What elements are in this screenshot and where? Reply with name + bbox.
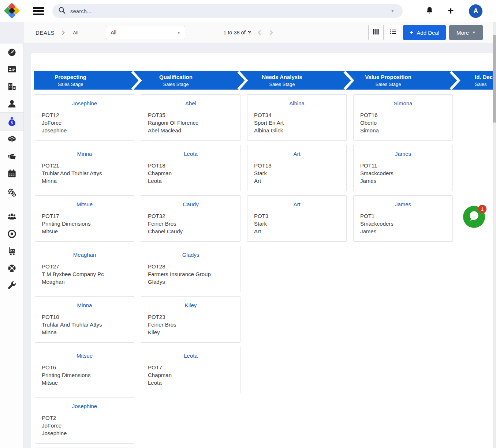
- contact-card-icon: [7, 64, 17, 74]
- deal-card[interactable]: MitsuePOT17Printing DimensionsMitsue: [35, 195, 134, 242]
- deal-card[interactable]: MinnaPOT21Truhlar And Truhlar AttysMinna: [35, 145, 134, 191]
- deal-card-title-link[interactable]: Simona: [354, 100, 452, 106]
- deal-card-title-link[interactable]: Mitsue: [35, 201, 134, 207]
- deal-card-title-link[interactable]: Leota: [141, 151, 240, 157]
- list-view-button[interactable]: [385, 25, 401, 40]
- deal-card-title-link[interactable]: Art: [247, 151, 346, 157]
- list-filter-select[interactable]: All ▼: [106, 26, 185, 39]
- deal-card-company: Rangoni Of Florence: [141, 119, 240, 127]
- deal-card-title-link[interactable]: James: [354, 201, 452, 207]
- deal-card-title-link[interactable]: James: [354, 151, 452, 157]
- sidebar-item-invoices[interactable]: [0, 148, 23, 165]
- app-logo[interactable]: [0, 0, 24, 22]
- deal-card[interactable]: ArtPOT13StarkArt: [247, 145, 347, 191]
- board-columns: JosephinePOT12JoForceJosephineMinnaPOT21…: [31, 90, 494, 448]
- sidebar-item-teams[interactable]: [0, 208, 23, 225]
- deal-card-number: POT23: [141, 313, 240, 321]
- deal-card[interactable]: JosephinePOT2JoForceJosephine: [35, 397, 134, 444]
- deal-card[interactable]: CaudyPOT32Feiner BrosChanel Caudy: [141, 195, 240, 242]
- menu-hamburger-icon[interactable]: [33, 7, 44, 15]
- deal-card-title-link[interactable]: Josephine: [35, 100, 134, 106]
- sidebar-item-settings[interactable]: [0, 184, 23, 201]
- support-lifebuoy-icon: [7, 263, 17, 273]
- scrollbar-thumb[interactable]: [493, 35, 496, 123]
- plus-icon: +: [448, 5, 454, 16]
- deal-card[interactable]: ArtPOT3StarkArt: [247, 195, 347, 242]
- chat-widget-button[interactable]: 1: [463, 206, 485, 228]
- global-search[interactable]: ▼: [52, 4, 403, 18]
- deal-card[interactable]: LeotaPOT18ChapmanLeota: [141, 145, 240, 191]
- deal-card[interactable]: MinnaPOT10Truhlar And Truhlar AttysMinna: [35, 296, 134, 343]
- breadcrumb-view[interactable]: All: [73, 30, 78, 35]
- deal-card[interactable]: JosephinePOT12JoForceJosephine: [35, 94, 134, 141]
- page-prev-icon[interactable]: [257, 30, 262, 35]
- sidebar-item-calendar[interactable]: [0, 165, 23, 182]
- deal-card[interactable]: GladysPOT28Farmers Insurance GroupGladys: [141, 246, 240, 292]
- sidebar-item-inventory[interactable]: [0, 242, 23, 260]
- search-scope-caret-icon[interactable]: ▼: [391, 9, 395, 13]
- deal-card-company: Oberlo: [354, 119, 452, 127]
- deal-card-company: Stark: [247, 220, 346, 227]
- deal-card-title-link[interactable]: Mitsue: [35, 353, 134, 359]
- deal-card[interactable]: KileyPOT23Feiner BrosKiley: [141, 296, 240, 343]
- main-content: ProspectingSales StageQualificationSales…: [24, 43, 496, 448]
- pagination-total-button[interactable]: ?: [248, 30, 251, 35]
- topbar: ▼ + A: [0, 0, 496, 22]
- sidebar-item-deals[interactable]: $: [0, 112, 23, 131]
- deal-card-number: POT6: [35, 364, 134, 371]
- deal-card-company: Chapman: [141, 169, 240, 177]
- filter-selected-value: All: [111, 30, 116, 35]
- deal-card-title-link[interactable]: Minna: [35, 302, 134, 308]
- deal-card[interactable]: JamesPOT1SmackcodersJames: [353, 195, 453, 242]
- sidebar-item-support[interactable]: [0, 260, 23, 277]
- sidebar-item-tools[interactable]: [0, 277, 23, 294]
- sidebar-item-products[interactable]: [0, 131, 23, 148]
- deal-card-title-link[interactable]: Minna: [35, 151, 134, 157]
- deal-card-title-link[interactable]: Caudy: [141, 201, 240, 207]
- deal-card-title-link[interactable]: Albina: [247, 100, 346, 106]
- chat-unread-badge: 1: [478, 205, 486, 213]
- sidebar-item-contact-cards[interactable]: [0, 61, 23, 78]
- stage-title: Value Proposition: [365, 74, 411, 80]
- stage-header-qualification: QualificationSales Stage: [138, 71, 245, 90]
- stage-subtitle: Sales Stage: [269, 82, 295, 87]
- breadcrumb-chevron-icon: [60, 30, 65, 35]
- stage-header-prospecting: ProspectingSales Stage: [34, 71, 138, 90]
- stage-header-needs-analysis: Needs AnalysisSales Stage: [245, 71, 351, 90]
- kanban-view-button[interactable]: [368, 25, 384, 40]
- sidebar-item-organizations[interactable]: [0, 78, 23, 95]
- user-avatar[interactable]: A: [469, 4, 482, 18]
- deal-card-title-link[interactable]: Art: [247, 201, 346, 207]
- sidebar-item-contacts[interactable]: [0, 95, 23, 112]
- deal-card[interactable]: AbelPOT35Rangoni Of FlorenceAbel Maclead: [141, 94, 240, 141]
- deal-card[interactable]: AlbinaPOT34Sport En ArtAlbina Glick: [247, 94, 347, 141]
- deal-card-title-link[interactable]: Abel: [141, 100, 240, 106]
- sidebar-item-targets[interactable]: [0, 225, 23, 242]
- deal-card-number: POT12: [35, 111, 134, 119]
- deal-card-company: Chapman: [141, 371, 240, 379]
- pagination-range: 1 to 38 of: [223, 30, 245, 35]
- more-button[interactable]: More ▼: [449, 25, 483, 40]
- deal-card-contact: James: [354, 177, 452, 185]
- add-deal-button[interactable]: + Add Deal: [403, 25, 446, 40]
- deal-card-title-link[interactable]: Leota: [141, 353, 240, 359]
- search-input[interactable]: [70, 8, 391, 15]
- sidebar-item-dashboard[interactable]: [0, 44, 23, 61]
- page-next-icon[interactable]: [268, 30, 273, 35]
- deal-card-title-link[interactable]: Josephine: [35, 403, 134, 409]
- deal-card-company: Printing Dimensions: [35, 371, 134, 379]
- deal-card[interactable]: MitsuePOT6Printing DimensionsMitsue: [35, 347, 134, 393]
- quick-create-button[interactable]: +: [448, 6, 454, 16]
- deal-card-title-link[interactable]: Gladys: [141, 252, 240, 258]
- deal-card-company: Stark: [247, 169, 346, 177]
- dashboard-icon: [7, 47, 17, 57]
- deal-card[interactable]: SimonaPOT16OberloSimona: [353, 94, 453, 141]
- deal-card[interactable]: LeotaPOT7ChapmanLeota: [141, 347, 240, 393]
- deal-card-title-link[interactable]: Meaghan: [35, 252, 134, 258]
- deal-card-title-link[interactable]: Kiley: [141, 302, 240, 308]
- deal-card[interactable]: MeaghanPOT27T M Byxbee Company PcMeaghan: [35, 246, 134, 292]
- targets-icon: [7, 229, 17, 239]
- breadcrumb-module[interactable]: DEALS: [36, 30, 55, 36]
- deal-card[interactable]: JamesPOT11SmackcodersJames: [353, 145, 453, 191]
- notifications-button[interactable]: [425, 6, 434, 16]
